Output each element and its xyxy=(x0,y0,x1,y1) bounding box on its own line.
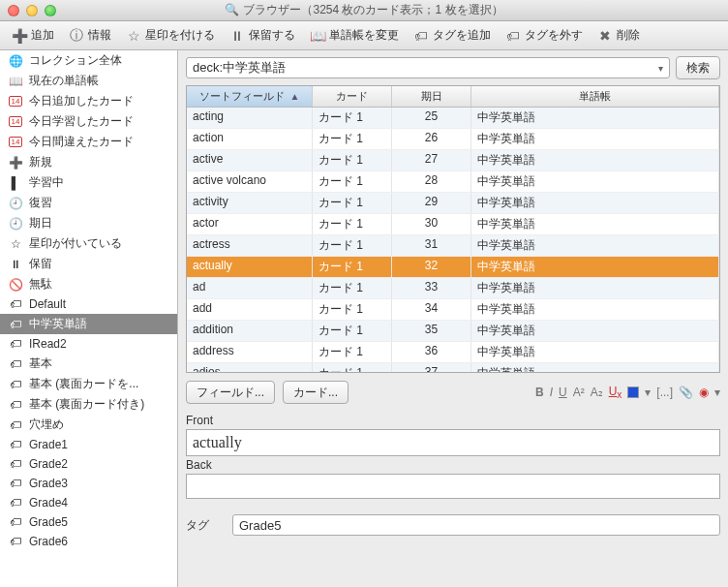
cell-card: カード 1 xyxy=(313,108,392,128)
sidebar-item-label: 今日学習したカード xyxy=(29,113,134,130)
search-button[interactable]: 検索 xyxy=(676,56,720,79)
sidebar-item[interactable]: 14今日学習したカード xyxy=(0,111,177,132)
sidebar-item[interactable]: 🏷IRead2 xyxy=(0,334,177,354)
table-row[interactable]: additionカード 135中学英単語 xyxy=(187,321,719,342)
col-sort-field[interactable]: ソートフィールド▲ xyxy=(187,86,313,107)
table-row[interactable]: activeカード 127中学英単語 xyxy=(187,150,719,171)
col-due[interactable]: 期日 xyxy=(392,86,471,107)
more-button[interactable]: ▾ xyxy=(714,386,720,399)
table-row[interactable]: activityカード 129中学英単語 xyxy=(187,193,719,214)
cell-card: カード 1 xyxy=(313,278,392,298)
table-row[interactable]: active volcanoカード 128中学英単語 xyxy=(187,171,719,193)
back-field[interactable] xyxy=(186,474,720,499)
cell-deck: 中学英単語 xyxy=(471,278,719,298)
superscript-button[interactable]: A² xyxy=(573,386,585,399)
sidebar-item[interactable]: 14今日間違えたカード xyxy=(0,132,177,152)
table-row[interactable]: addressカード 136中学英単語 xyxy=(187,342,719,363)
sidebar-item[interactable]: 🏷Grade3 xyxy=(0,474,177,493)
delete-button[interactable]: ✖削除 xyxy=(592,25,646,46)
cell-deck: 中学英単語 xyxy=(471,129,719,149)
cell-sort: addition xyxy=(187,321,313,341)
cell-card: カード 1 xyxy=(313,214,392,234)
sidebar-item[interactable]: 🏷Grade2 xyxy=(0,454,177,474)
table-body[interactable]: actingカード 125中学英単語actionカード 126中学英単語acti… xyxy=(187,108,719,372)
cell-deck: 中学英単語 xyxy=(471,235,719,256)
sidebar-item[interactable]: ⏸保留 xyxy=(0,254,177,274)
sidebar-item[interactable]: 🏷中学英単語 xyxy=(0,314,177,334)
bold-button[interactable]: B xyxy=(535,386,544,399)
attach-button[interactable]: 📎 xyxy=(679,386,693,399)
table-row[interactable]: adカード 133中学英単語 xyxy=(187,278,719,299)
cell-card: カード 1 xyxy=(313,342,392,362)
cell-deck: 中学英単語 xyxy=(471,299,719,320)
zoom-window-button[interactable] xyxy=(45,5,56,16)
cell-deck: 中学英単語 xyxy=(471,150,719,170)
sidebar-item[interactable]: 🏷Grade1 xyxy=(0,435,177,454)
dropdown-icon[interactable]: ▾ xyxy=(658,63,663,74)
search-input[interactable]: deck:中学英単語 ▾ xyxy=(186,57,670,78)
underline-button[interactable]: U xyxy=(559,386,567,399)
table-row[interactable]: adiosカード 137中学英単語 xyxy=(187,363,719,372)
cell-card: カード 1 xyxy=(313,171,392,192)
sidebar-item[interactable]: ☆星印が付いている xyxy=(0,233,177,254)
table-row[interactable]: actressカード 131中学英単語 xyxy=(187,235,719,257)
color-dropdown-icon[interactable]: ▾ xyxy=(645,386,651,399)
col-deck[interactable]: 単語帳 xyxy=(471,86,719,107)
sidebar-item-label: Grade4 xyxy=(29,496,68,510)
italic-button[interactable]: I xyxy=(550,386,553,399)
info-button[interactable]: ⓘ情報 xyxy=(63,25,117,46)
subscript-button[interactable]: A₂ xyxy=(591,386,603,399)
cloze-button[interactable]: [...] xyxy=(656,386,673,399)
sidebar-item[interactable]: 🕘期日 xyxy=(0,213,177,233)
add-tag-button[interactable]: 🏷タグを追加 xyxy=(408,25,497,46)
color-button[interactable] xyxy=(627,386,639,398)
table-row[interactable]: actuallyカード 132中学英単語 xyxy=(187,257,719,278)
close-window-button[interactable] xyxy=(8,5,19,16)
sidebar-item[interactable]: 🏷基本 xyxy=(0,354,177,374)
front-field[interactable]: actually xyxy=(186,429,720,456)
sidebar-item[interactable]: 📖現在の単語帳 xyxy=(0,71,177,91)
sidebar-item[interactable]: ➕新規 xyxy=(0,152,177,172)
fields-button[interactable]: フィールド... xyxy=(186,381,275,404)
table-row[interactable]: addカード 134中学英単語 xyxy=(187,299,719,321)
cards-button[interactable]: カード... xyxy=(283,381,349,404)
rich-text-toolbar: B I U A² A₂ Ux ▾ [...] 📎 ◉ ▾ xyxy=(535,385,720,400)
cell-sort: actress xyxy=(187,235,313,256)
clear-format-button[interactable]: Ux xyxy=(609,385,622,400)
tags-input[interactable]: Grade5 xyxy=(232,514,720,536)
suspend-button[interactable]: ⏸保留する xyxy=(224,25,301,46)
sidebar-item[interactable]: 🏷基本 (裏面カード付き) xyxy=(0,394,177,415)
sidebar-item[interactable]: 🚫無駄 xyxy=(0,274,177,294)
sidebar-item[interactable]: 🏷Grade5 xyxy=(0,512,177,532)
sidebar-item-label: 穴埋め xyxy=(29,417,64,433)
sidebar-item[interactable]: 🕘復習 xyxy=(0,193,177,213)
sidebar-item[interactable]: 🏷基本 (裏面カードを... xyxy=(0,374,177,394)
sidebar-item-label: 保留 xyxy=(29,256,52,272)
cell-due: 36 xyxy=(392,342,471,362)
cell-card: カード 1 xyxy=(313,193,392,213)
table-row[interactable]: actingカード 125中学英単語 xyxy=(187,108,719,129)
sidebar-item-label: 期日 xyxy=(29,215,52,232)
sidebar-item[interactable]: 🏷Grade6 xyxy=(0,532,177,551)
sidebar-item[interactable]: 🏷Grade4 xyxy=(0,493,177,512)
change-deck-button[interactable]: 📖単語帳を変更 xyxy=(304,25,405,46)
record-button[interactable]: ◉ xyxy=(699,386,709,399)
pause-icon: ⏸ xyxy=(8,257,23,272)
sidebar-item[interactable]: 14今日追加したカード xyxy=(0,91,177,111)
cell-card: カード 1 xyxy=(313,235,392,256)
sidebar-item[interactable]: 🌐コレクション全体 xyxy=(0,50,177,71)
sidebar-item[interactable]: 🏷Default xyxy=(0,294,177,314)
tag-plus-icon: 🏷 xyxy=(413,28,429,44)
table-row[interactable]: actionカード 126中学英単語 xyxy=(187,129,719,150)
sidebar-item[interactable]: 🏷穴埋め xyxy=(0,415,177,435)
col-card[interactable]: カード xyxy=(313,86,392,107)
minimize-window-button[interactable] xyxy=(26,5,38,16)
add-button[interactable]: ➕追加 xyxy=(6,25,60,46)
cell-due: 30 xyxy=(392,214,471,234)
mark-button[interactable]: ☆星印を付ける xyxy=(120,25,221,46)
sidebar-item[interactable]: ▌学習中 xyxy=(0,172,177,193)
remove-tag-button[interactable]: 🏷タグを外す xyxy=(500,25,589,46)
tag-icon: 🏷 xyxy=(8,534,23,549)
cell-card: カード 1 xyxy=(313,363,392,372)
table-row[interactable]: actorカード 130中学英単語 xyxy=(187,214,719,235)
